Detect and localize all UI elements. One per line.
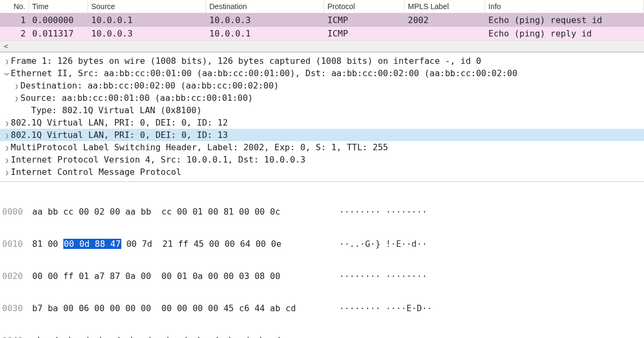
tree-item-icmp[interactable]: Internet Control Message Protocol bbox=[0, 166, 644, 178]
cell-no: 2 bbox=[0, 27, 29, 40]
cell-mpls: 2002 bbox=[405, 13, 485, 27]
hex-line: 0030b7 ba 00 06 00 00 00 00 00 00 00 00 … bbox=[2, 303, 644, 314]
column-header-no[interactable]: No. bbox=[0, 0, 29, 13]
cell-source: 10.0.0.3 bbox=[88, 27, 206, 40]
horizontal-scrollbar[interactable]: < bbox=[0, 40, 644, 52]
tree-label: Destination: aa:bb:cc:00:02:00 (aa:bb:cc… bbox=[20, 80, 279, 91]
caret-icon[interactable] bbox=[3, 120, 11, 127]
hex-line: 0040ab cd ab cd ab cd ab cd ab cd ab cd … bbox=[2, 335, 644, 338]
column-header-source[interactable]: Source bbox=[88, 0, 206, 13]
tree-item-eth-source[interactable]: Source: aa:bb:cc:00:01:00 (aa:bb:cc:00:0… bbox=[0, 92, 644, 104]
hex-offset: 0000 bbox=[2, 207, 32, 217]
hex-bytes: ab cd ab cd ab cd ab cd ab cd ab cd ab c… bbox=[32, 335, 333, 338]
cell-time: 0.000000 bbox=[29, 13, 88, 27]
tree-label: Type: 802.1Q Virtual LAN (0x8100) bbox=[31, 105, 202, 115]
tree-label: 802.1Q Virtual LAN, PRI: 0, DEI: 0, ID: … bbox=[11, 117, 228, 128]
caret-icon[interactable] bbox=[13, 95, 20, 102]
hex-offset: 0040 bbox=[2, 335, 32, 338]
cell-no: 1 bbox=[0, 13, 29, 27]
tree-label: Internet Protocol Version 4, Src: 10.0.0… bbox=[11, 155, 305, 165]
tree-item-vlan-13[interactable]: 802.1Q Virtual LAN, PRI: 0, DEI: 0, ID: … bbox=[0, 129, 644, 141]
tree-item-ethernet[interactable]: Ethernet II, Src: aa:bb:cc:00:01:00 (aa:… bbox=[0, 67, 644, 79]
column-header-protocol[interactable]: Protocol bbox=[324, 0, 405, 13]
cell-destination: 10.0.0.1 bbox=[206, 27, 324, 40]
column-header-time[interactable]: Time bbox=[29, 0, 88, 13]
tree-item-ipv4[interactable]: Internet Protocol Version 4, Src: 10.0.0… bbox=[0, 153, 644, 166]
hex-dump-pane[interactable]: 0000aa bb cc 00 02 00 aa bb cc 00 01 00 … bbox=[0, 182, 644, 338]
hex-line: 0000aa bb cc 00 02 00 aa bb cc 00 01 00 … bbox=[2, 207, 644, 217]
tree-item-eth-destination[interactable]: Destination: aa:bb:cc:00:02:00 (aa:bb:cc… bbox=[0, 79, 644, 92]
cell-mpls bbox=[405, 27, 485, 40]
packet-list-pane: No. Time Source Destination Protocol MPL… bbox=[0, 0, 644, 53]
caret-icon[interactable] bbox=[3, 70, 11, 78]
hex-ascii: ········ ········ bbox=[333, 271, 427, 282]
tree-label: MultiProtocol Label Switching Header, La… bbox=[11, 142, 388, 152]
packet-row[interactable]: 2 0.011317 10.0.0.3 10.0.0.1 ICMP Echo (… bbox=[0, 27, 644, 40]
tree-label: Frame 1: 126 bytes on wire (1008 bits), … bbox=[11, 56, 481, 66]
hex-ascii: ········ ····E·D·· bbox=[333, 303, 432, 314]
tree-label: 802.1Q Virtual LAN, PRI: 0, DEI: 0, ID: … bbox=[11, 130, 228, 140]
tree-label: Source: aa:bb:cc:00:01:00 (aa:bb:cc:00:0… bbox=[20, 93, 253, 103]
caret-icon[interactable] bbox=[13, 83, 20, 90]
hex-bytes: aa bb cc 00 02 00 aa bb cc 00 01 00 81 0… bbox=[32, 207, 333, 217]
hex-bytes: 81 00 00 0d 88 47 00 7d 21 ff 45 00 00 6… bbox=[32, 239, 333, 249]
packet-details-pane: Frame 1: 126 bytes on wire (1008 bits), … bbox=[0, 53, 644, 182]
hex-ascii: ··..·G·} !·E··d·· bbox=[333, 239, 427, 249]
tree-label: Internet Control Message Protocol bbox=[11, 167, 181, 177]
tree-item-mpls[interactable]: MultiProtocol Label Switching Header, La… bbox=[0, 141, 644, 153]
cell-info: Echo (ping) request id bbox=[485, 13, 644, 27]
hex-offset: 0010 bbox=[2, 239, 32, 249]
hex-line: 002000 00 ff 01 a7 87 0a 00 00 01 0a 00 … bbox=[2, 271, 644, 282]
column-header-mpls-label[interactable]: MPLS Label bbox=[405, 0, 485, 13]
caret-icon[interactable] bbox=[3, 169, 11, 177]
caret-icon[interactable] bbox=[3, 58, 11, 65]
packet-row[interactable]: 1 0.000000 10.0.0.1 10.0.0.3 ICMP 2002 E… bbox=[0, 13, 644, 27]
hex-offset: 0030 bbox=[2, 303, 32, 314]
tree-item-vlan-12[interactable]: 802.1Q Virtual LAN, PRI: 0, DEI: 0, ID: … bbox=[0, 116, 644, 129]
cell-source: 10.0.0.1 bbox=[88, 13, 206, 27]
hex-offset: 0020 bbox=[2, 271, 32, 282]
hex-line: 001081 00 00 0d 88 47 00 7d 21 ff 45 00 … bbox=[2, 239, 644, 249]
hex-highlight: 00 0d 88 47 bbox=[63, 239, 121, 249]
cell-protocol: ICMP bbox=[324, 27, 405, 40]
tree-label: Ethernet II, Src: aa:bb:cc:00:01:00 (aa:… bbox=[11, 68, 517, 78]
cell-info: Echo (ping) reply id bbox=[485, 27, 644, 40]
tree-item-frame[interactable]: Frame 1: 126 bytes on wire (1008 bits), … bbox=[0, 55, 644, 67]
cell-destination: 10.0.0.3 bbox=[206, 13, 324, 27]
caret-icon[interactable] bbox=[3, 132, 11, 139]
hex-ascii: ········ ········ bbox=[333, 207, 427, 217]
column-header-info[interactable]: Info bbox=[485, 0, 644, 13]
caret-icon[interactable] bbox=[3, 157, 11, 164]
caret-icon[interactable] bbox=[3, 144, 11, 152]
column-header-destination[interactable]: Destination bbox=[206, 0, 324, 13]
packet-list-header-row: No. Time Source Destination Protocol MPL… bbox=[0, 0, 644, 13]
tree-item-eth-type[interactable]: Type: 802.1Q Virtual LAN (0x8100) bbox=[0, 104, 644, 116]
hex-ascii: ········ ········ bbox=[333, 335, 427, 338]
cell-protocol: ICMP bbox=[324, 13, 405, 27]
hex-bytes: b7 ba 00 06 00 00 00 00 00 00 00 00 45 c… bbox=[32, 303, 333, 314]
cell-time: 0.011317 bbox=[29, 27, 88, 40]
hex-bytes: 00 00 ff 01 a7 87 0a 00 00 01 0a 00 00 0… bbox=[32, 271, 333, 282]
scroll-left-arrow-icon[interactable]: < bbox=[0, 40, 12, 52]
